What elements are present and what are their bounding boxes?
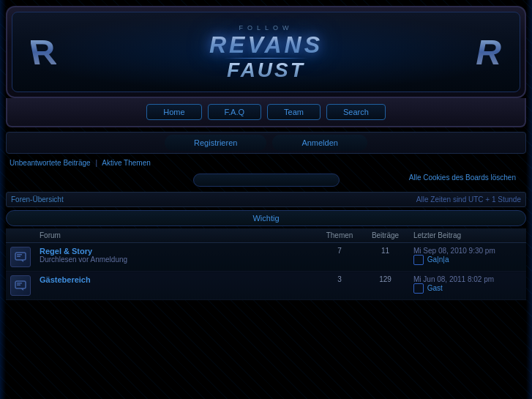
forum-overview-bar: Foren-Übersicht Alle Zeiten sind UTC + 1… xyxy=(6,192,526,207)
row-themen: 3 xyxy=(318,272,361,300)
row-forum-info: Gästebereich xyxy=(35,272,318,300)
title-sub: FAUST xyxy=(209,60,323,81)
follow-text: FOLLOW xyxy=(209,24,323,31)
nav-home-button[interactable]: Home xyxy=(146,104,201,120)
logo-left: Я xyxy=(20,29,67,76)
last-post-user-link[interactable]: Ga|n|a xyxy=(427,256,449,264)
logo-letter-right: R xyxy=(476,32,501,72)
header-title: FOLLOW REVANS FAUST xyxy=(209,24,323,81)
svg-rect-1 xyxy=(17,254,22,256)
title-main: REVANS xyxy=(209,33,323,56)
wichtig-header: Wichtig xyxy=(6,210,526,226)
user-avatar-mini xyxy=(413,255,424,265)
unanswered-link[interactable]: Unbeantwortete Beiträge xyxy=(10,159,91,167)
table-row: Gästebereich 3 129 Mi Jun 08, 2011 8:02 … xyxy=(6,272,526,300)
nav-faq-button[interactable]: F.A.Q xyxy=(208,104,262,120)
separator: | xyxy=(95,159,97,167)
wichtig-section: Wichtig Forum Themen Beiträge Letzter Be… xyxy=(6,210,526,300)
cookies-link[interactable]: Alle Cookies des Boards löschen xyxy=(409,174,516,182)
logo-right: R xyxy=(465,29,512,76)
header-inner: Я FOLLOW REVANS FAUST R xyxy=(12,12,520,92)
svg-rect-6 xyxy=(17,285,20,286)
th-themen: Themen xyxy=(318,228,361,243)
last-post-user-link[interactable]: Gast xyxy=(427,284,443,292)
th-forum: Forum xyxy=(35,228,318,243)
last-post-date: Mi Sep 08, 2010 9:30 pm xyxy=(413,247,522,255)
row-forum-info: Regel & Story Durchlesen vor Anmeldung xyxy=(35,243,318,272)
row-last-post: Mi Jun 08, 2011 8:02 pm Gast xyxy=(409,272,526,300)
svg-rect-2 xyxy=(17,256,20,258)
row-beitraege: 129 xyxy=(361,272,409,300)
quick-links: Unbeantwortete Beiträge | Aktive Themen xyxy=(10,159,151,167)
login-button[interactable]: Anmelden xyxy=(272,135,367,151)
header-container: Я FOLLOW REVANS FAUST R xyxy=(6,6,526,98)
wichtig-label: Wichtig xyxy=(252,214,279,223)
forum-name-link[interactable]: Gästebereich xyxy=(40,275,313,284)
logo-letter-left: Я xyxy=(31,32,56,72)
nav-search-button[interactable]: Search xyxy=(326,104,386,120)
links-bar: Unbeantwortete Beiträge | Aktive Themen xyxy=(6,157,526,169)
search-area: Alle Cookies des Boards löschen xyxy=(6,171,526,189)
active-link[interactable]: Aktive Themen xyxy=(102,159,151,167)
row-last-post: Mi Sep 08, 2010 9:30 pm Ga|n|a xyxy=(409,243,526,272)
action-bar: Registrieren Anmelden xyxy=(6,132,526,154)
forum-icon xyxy=(10,275,31,296)
row-icon-cell xyxy=(6,243,35,272)
th-beitraege: Beiträge xyxy=(361,228,409,243)
svg-rect-5 xyxy=(17,283,22,284)
nav-team-button[interactable]: Team xyxy=(267,104,321,120)
user-avatar-mini xyxy=(413,283,424,294)
th-icon xyxy=(6,228,35,243)
last-post-date: Mi Jun 08, 2011 8:02 pm xyxy=(413,275,522,283)
forum-desc: Durchlesen vor Anmeldung xyxy=(40,256,127,264)
table-row: Regel & Story Durchlesen vor Anmeldung 7… xyxy=(6,243,526,272)
forum-icon xyxy=(10,247,31,267)
search-input[interactable] xyxy=(193,174,340,187)
nav-bar: Home F.A.Q Team Search xyxy=(6,98,526,127)
forum-table: Forum Themen Beiträge Letzter Beitrag Re… xyxy=(6,228,526,300)
register-button[interactable]: Registrieren xyxy=(165,135,266,151)
last-post-user: Ga|n|a xyxy=(413,255,522,265)
forum-name-link[interactable]: Regel & Story xyxy=(40,247,313,256)
timezone-text: Alle Zeiten sind UTC + 1 Stunde xyxy=(416,195,521,204)
last-post-user: Gast xyxy=(413,283,522,294)
forum-overview-title: Foren-Übersicht xyxy=(11,195,64,204)
row-beitraege: 11 xyxy=(361,243,409,272)
th-lastpost: Letzter Beitrag xyxy=(409,228,526,243)
row-themen: 7 xyxy=(318,243,361,272)
row-icon-cell xyxy=(6,272,35,300)
